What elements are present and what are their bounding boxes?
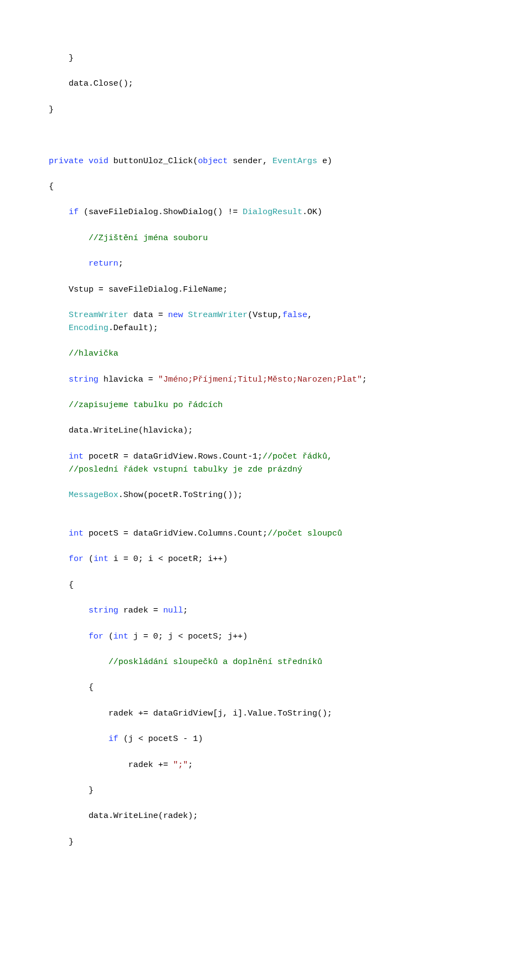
code-token: (	[83, 554, 93, 564]
code-line: if (saveFileDialog.ShowDialog() != Dialo…	[49, 206, 471, 219]
code-token: {	[49, 580, 74, 590]
code-token: }	[49, 785, 94, 795]
code-token	[49, 528, 69, 538]
code-line	[49, 476, 471, 489]
code-token: for	[69, 554, 84, 564]
code-line	[49, 129, 471, 142]
code-token: }	[49, 837, 74, 847]
code-line: Vstup = saveFileDialog.FileName;	[49, 283, 471, 296]
code-token: //poskládání sloupečků a doplnění středn…	[108, 657, 322, 667]
code-token: data.WriteLine(radek);	[49, 811, 198, 821]
code-line	[49, 643, 471, 656]
code-line	[49, 514, 471, 527]
code-line: //poslední řádek vstupní tabulky je zde …	[49, 463, 471, 476]
code-token	[49, 631, 88, 641]
code-token	[49, 233, 88, 243]
code-token	[49, 323, 69, 333]
code-line: data.WriteLine(radek);	[49, 810, 471, 823]
code-token: if	[69, 207, 79, 217]
code-line: //hlavička	[49, 347, 471, 360]
code-line: data.Close();	[49, 78, 471, 91]
code-line	[49, 386, 471, 399]
code-token: EventArgs	[272, 156, 317, 166]
code-line: data.WriteLine(hlavicka);	[49, 424, 471, 437]
code-line: string radek = null;	[49, 604, 471, 617]
code-line: }	[49, 784, 471, 797]
code-line: radek += dataGridView[j, i].Value.ToStri…	[49, 707, 471, 720]
code-token: .Show(pocetR.ToString());	[119, 490, 243, 500]
code-line: if (j < pocetS - 1)	[49, 733, 471, 746]
code-line	[49, 142, 471, 155]
code-token: ;	[183, 605, 188, 615]
code-line	[49, 360, 471, 373]
code-token: //zapisujeme tabulku po řádcích	[69, 400, 223, 410]
code-line	[49, 746, 471, 759]
code-token	[49, 554, 69, 564]
code-token: data.WriteLine(hlavicka);	[49, 425, 193, 435]
code-token: (	[103, 631, 113, 641]
code-line: {	[49, 579, 471, 592]
code-token: Encoding	[69, 323, 108, 333]
code-line: int pocetS = dataGridView.Columns.Count;…	[49, 527, 471, 540]
code-line	[49, 91, 471, 104]
code-token: for	[88, 631, 103, 641]
code-line: MessageBox.Show(pocetR.ToString());	[49, 489, 471, 502]
code-line: private void buttonUloz_Click(object sen…	[49, 155, 471, 168]
code-line: StreamWriter data = new StreamWriter(Vst…	[49, 309, 471, 322]
code-token: radek +=	[49, 760, 173, 770]
code-token	[49, 657, 108, 667]
code-token: radek += dataGridView[j, i].Value.ToStri…	[49, 708, 332, 718]
code-line: int pocetR = dataGridView.Rows.Count-1;/…	[49, 450, 471, 463]
code-token: ,	[307, 310, 312, 320]
code-line	[49, 823, 471, 836]
code-line: }	[49, 52, 471, 65]
code-line	[49, 566, 471, 579]
code-line	[49, 592, 471, 605]
code-token: DialogResult	[243, 207, 302, 217]
code-token: string	[69, 375, 99, 384]
code-line	[49, 194, 471, 207]
code-token: {	[49, 682, 94, 692]
code-token: j = 0; j < pocetS; j++)	[128, 631, 248, 641]
code-line	[49, 117, 471, 130]
code-token: }	[49, 105, 54, 114]
code-token	[49, 349, 69, 358]
code-token: void	[88, 156, 108, 166]
code-token: new	[168, 310, 183, 320]
code-token: sender,	[227, 156, 272, 166]
code-token	[49, 465, 69, 474]
code-line	[49, 219, 471, 232]
code-line	[49, 771, 471, 784]
code-token	[49, 605, 88, 615]
code-line	[49, 502, 471, 515]
code-token: hlavicka =	[99, 375, 158, 384]
code-token: //Zjištění jména souboru	[88, 233, 207, 243]
code-token	[49, 452, 69, 461]
code-line	[49, 167, 471, 180]
code-token: {	[49, 182, 54, 191]
code-token: data.Close();	[49, 79, 133, 88]
code-token	[49, 490, 69, 500]
code-token: .Default);	[108, 323, 158, 333]
code-token: int	[94, 554, 109, 564]
code-line	[49, 437, 471, 450]
code-line: //Zjištění jména souboru	[49, 232, 471, 245]
code-token: Vstup = saveFileDialog.FileName;	[49, 285, 227, 294]
code-line: //poskládání sloupečků a doplnění středn…	[49, 656, 471, 669]
code-line	[49, 694, 471, 707]
code-token: ";"	[173, 760, 188, 770]
code-token: (saveFileDialog.ShowDialog() !=	[79, 207, 243, 217]
code-token	[49, 400, 69, 410]
code-token: (Vstup,	[248, 310, 282, 320]
code-token: ;	[188, 760, 193, 770]
code-token: radek =	[119, 605, 164, 615]
code-token: data =	[128, 310, 168, 320]
code-line: Encoding.Default);	[49, 322, 471, 335]
code-token: ;	[119, 259, 123, 268]
code-token: StreamWriter	[188, 310, 248, 320]
code-token: pocetS = dataGridView.Columns.Count;	[83, 528, 268, 538]
code-line	[49, 540, 471, 553]
code-token: .OK)	[302, 207, 322, 217]
code-token: null	[163, 605, 183, 615]
code-token	[183, 310, 188, 320]
